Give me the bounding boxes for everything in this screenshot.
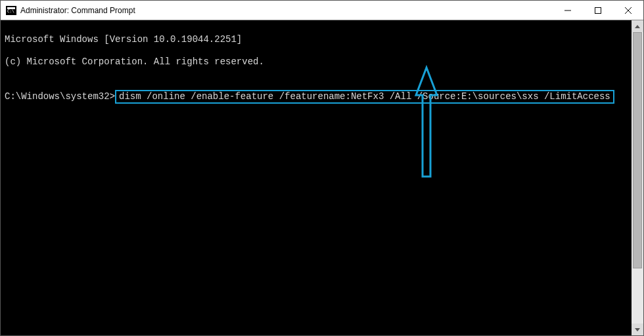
maximize-icon (595, 7, 601, 14)
window-controls (553, 1, 643, 20)
maximize-button[interactable] (583, 1, 613, 20)
close-icon (625, 7, 632, 14)
minimize-icon (564, 7, 571, 14)
svg-rect-1 (595, 7, 601, 13)
scroll-down-button[interactable] (632, 324, 643, 335)
output-line: (c) Microsoft Corporation. All rights re… (5, 56, 628, 68)
cmd-icon (6, 6, 16, 15)
scroll-thumb[interactable] (633, 32, 642, 268)
close-button[interactable] (613, 1, 643, 20)
command-highlight: dism /online /enable-feature /featurenam… (115, 90, 614, 104)
scroll-up-button[interactable] (632, 20, 643, 32)
terminal-output: Microsoft Windows [Version 10.0.19044.22… (1, 20, 632, 335)
vertical-scrollbar[interactable] (632, 20, 643, 335)
titlebar[interactable]: Administrator: Command Prompt (1, 1, 643, 20)
terminal-client-area[interactable]: Microsoft Windows [Version 10.0.19044.22… (1, 20, 643, 335)
command-prompt-window: Administrator: Command Prompt Microsoft … (0, 0, 644, 336)
output-line: Microsoft Windows [Version 10.0.19044.22… (5, 34, 628, 45)
window-title: Administrator: Command Prompt (20, 6, 553, 15)
minimize-button[interactable] (553, 1, 583, 20)
prompt-line: C:\Windows\system32>dism /online /enable… (5, 90, 628, 104)
prompt-text: C:\Windows\system32> (5, 91, 115, 102)
command-text[interactable]: dism /online /enable-feature /featurenam… (119, 91, 610, 102)
